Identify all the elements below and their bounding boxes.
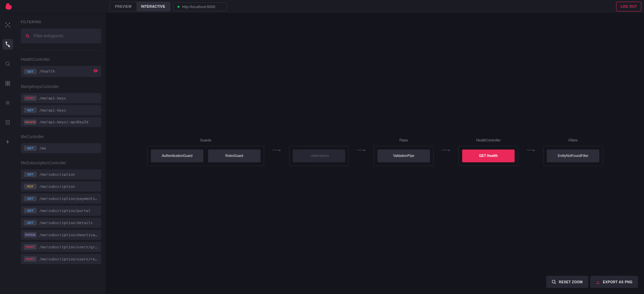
endpoint-row[interactable]: GET/me/subscription/portal (21, 206, 101, 216)
endpoint-path: /me/api-keys (39, 108, 98, 113)
arrow-icon (272, 149, 281, 152)
export-png-button[interactable]: EXPORT AS PNG (590, 276, 638, 288)
endpoint-path: /me/subscription (39, 172, 98, 177)
flow-node[interactable]: AuthenticationGuard (151, 150, 203, 162)
group-box: - Interceptors (289, 146, 349, 166)
endpoint-path: /me/subscription/users/gran… (39, 245, 98, 249)
method-badge: POST (24, 244, 37, 250)
endpoint-row[interactable]: PATCH/me/subscription/deactivate (21, 230, 101, 240)
controller-name: MeSubscriptionController (21, 161, 101, 165)
endpoint-row[interactable]: POST/me/api-keys (21, 93, 101, 103)
filter-input[interactable] (33, 33, 96, 39)
zoom-icon (552, 280, 556, 284)
controller-name: MeApiKeysController (21, 84, 101, 89)
svg-point-12 (7, 102, 9, 104)
method-badge: POST (24, 256, 37, 262)
svg-rect-11 (8, 84, 10, 85)
filtering-label: FILTERING (21, 20, 101, 24)
method-badge: PATCH (24, 232, 37, 238)
svg-point-0 (5, 23, 7, 24)
flow-node[interactable]: GET /health (462, 150, 515, 162)
endpoint-path: /me/subscription/payments-h… (39, 197, 98, 201)
url-text: http://localhost:8000 (182, 5, 215, 9)
filter-box[interactable] (21, 29, 101, 43)
group-box: ValidationPipe (374, 146, 434, 166)
search-icon (26, 34, 30, 38)
nav-settings-icon[interactable] (2, 97, 13, 108)
endpoint-path: /me/subscription/deactivate (39, 233, 98, 237)
flow-node[interactable]: ValidationPipe (377, 150, 430, 162)
column-title: Guards (200, 138, 211, 143)
pipeline-flow: GuardsAuthenticationGuardRolesGuard- Int… (147, 138, 603, 166)
svg-rect-13 (6, 120, 9, 124)
divider (21, 50, 101, 50)
endpoint-path: /me/subscription/details (39, 221, 98, 225)
endpoint-row[interactable]: GET/me/subscription (21, 169, 101, 179)
controller-name: MeController (21, 134, 101, 139)
endpoint-row[interactable]: DELETE/me/api-keys/:apiKeyId (21, 117, 101, 127)
method-badge: GET (24, 172, 37, 177)
nav-search-icon[interactable] (2, 58, 13, 69)
endpoint-row[interactable]: GET/me/subscription/details (21, 218, 101, 228)
method-badge: PUT (24, 184, 37, 189)
nav-layers-icon[interactable] (2, 78, 13, 89)
svg-point-16 (552, 280, 555, 283)
status-dot-icon (177, 6, 179, 8)
nav-routes-icon[interactable] (2, 39, 13, 50)
flow-column: - Interceptors (289, 138, 349, 166)
url-box[interactable]: http://localhost:8000 (173, 2, 227, 11)
flow-node[interactable]: - Interceptors (293, 150, 345, 162)
svg-point-1 (9, 23, 10, 24)
method-badge: GET (24, 208, 37, 213)
endpoint-row[interactable]: GET/me/api-keys (21, 105, 101, 115)
flow-node[interactable]: EntityNotFoundFilter (547, 150, 599, 162)
svg-point-2 (5, 26, 7, 27)
flow-column: FiltersEntityNotFoundFilter (543, 138, 603, 166)
arrow-icon (357, 149, 366, 152)
endpoint-row[interactable]: PUT/me/subscription (21, 181, 101, 192)
nav-graph-icon[interactable] (2, 19, 13, 30)
svg-point-6 (9, 46, 10, 47)
logout-button[interactable]: LOG OUT (616, 2, 641, 11)
nav-bolt-icon[interactable] (2, 136, 13, 147)
mode-toggle: PREVIEW INTERACTIVE (110, 2, 170, 11)
svg-point-14 (26, 35, 29, 37)
endpoint-row[interactable]: GET/me (21, 143, 101, 153)
group-box: GET /health (458, 146, 518, 166)
reset-zoom-button[interactable]: RESET ZOOM (546, 276, 588, 288)
endpoint-row[interactable]: GET/health (21, 66, 101, 77)
endpoint-row[interactable]: GET/me/subscription/payments-h… (21, 194, 101, 204)
group-box: AuthenticationGuardRolesGuard (147, 146, 264, 166)
endpoint-row[interactable]: POST/me/subscription/users/gran… (21, 242, 101, 252)
svg-rect-9 (8, 81, 10, 83)
svg-point-5 (6, 42, 7, 43)
endpoint-path: /me/api-keys (39, 96, 98, 100)
column-title: HealthController (476, 138, 500, 143)
top-bar: PREVIEW INTERACTIVE http://localhost:800… (0, 0, 644, 13)
method-badge: POST (24, 95, 37, 101)
reset-zoom-label: RESET ZOOM (559, 280, 583, 284)
group-box: EntityNotFoundFilter (543, 146, 603, 166)
method-badge: GET (24, 220, 37, 225)
interactive-tab[interactable]: INTERACTIVE (136, 2, 170, 11)
svg-rect-10 (6, 84, 7, 85)
canvas[interactable]: GuardsAuthenticationGuardRolesGuard- Int… (106, 13, 644, 294)
flow-node[interactable]: RolesGuard (208, 150, 260, 162)
column-title: Pipes (399, 138, 408, 143)
svg-point-7 (6, 62, 9, 65)
column-title: Filters (568, 138, 577, 143)
svg-point-15 (95, 70, 96, 71)
endpoint-path: /me/subscription (39, 184, 98, 189)
endpoint-path: /health (39, 69, 90, 74)
flow-column: HealthControllerGET /health (458, 138, 518, 166)
arrow-icon (442, 149, 450, 152)
method-badge: GET (24, 145, 37, 151)
download-icon (596, 280, 600, 284)
nav-docs-icon[interactable] (2, 117, 13, 128)
endpoint-path: /me/subscription/users/revo… (39, 257, 98, 261)
svg-point-4 (7, 24, 8, 26)
endpoint-path: /me (39, 146, 98, 151)
sidebar: FILTERING HealthControllerGET/healthMeAp… (15, 13, 106, 294)
endpoint-row[interactable]: POST/me/subscription/users/revo… (21, 254, 101, 264)
preview-tab[interactable]: PREVIEW (110, 2, 136, 11)
